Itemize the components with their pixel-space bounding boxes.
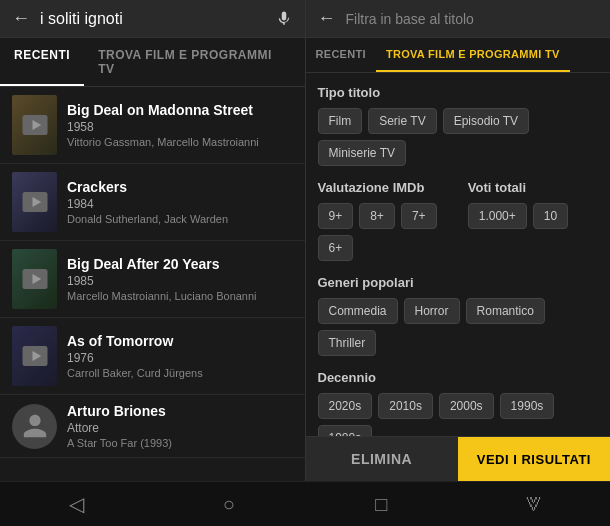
chip-2010s[interactable]: 2010s xyxy=(378,393,433,419)
result-thumbnail xyxy=(12,326,57,386)
result-title: As of Tomorrow xyxy=(67,333,293,349)
filter-area: Tipo titolo Film Serie TV Episodio TV Mi… xyxy=(306,73,611,436)
left-back-button[interactable]: ← xyxy=(12,8,30,29)
chip-1000plus[interactable]: 1.000+ xyxy=(468,203,527,229)
result-info: Crackers 1984 Donald Sutherland, Jack Wa… xyxy=(67,179,293,225)
result-cast: Carroll Baker, Curd Jürgens xyxy=(67,367,293,379)
chip-film[interactable]: Film xyxy=(318,108,363,134)
person-result-item[interactable]: Arturo Briones Attore A Star Too Far (19… xyxy=(0,395,305,458)
filter-voti-label: Voti totali xyxy=(468,180,598,195)
result-cast: Vittorio Gassman, Marcello Mastroianni xyxy=(67,136,293,148)
result-info: Big Deal on Madonna Street 1958 Vittorio… xyxy=(67,102,293,148)
nav-back-button[interactable]: ◁ xyxy=(0,488,153,520)
tab-recenti-left[interactable]: RECENTI xyxy=(0,38,84,86)
filter-decennio-chips: 2020s 2010s 2000s 1990s 1980s xyxy=(318,393,599,436)
result-item[interactable]: As of Tomorrow 1976 Carroll Baker, Curd … xyxy=(0,318,305,395)
chip-1990s[interactable]: 1990s xyxy=(500,393,555,419)
chip-horror[interactable]: Horror xyxy=(404,298,460,324)
tab-recenti-right[interactable]: RECENTI xyxy=(306,38,376,72)
filter-decennio-label: Decennio xyxy=(318,370,599,385)
filter-generi-chips: Commedia Horror Romantico Thriller xyxy=(318,298,599,356)
result-thumbnail xyxy=(12,249,57,309)
chip-9plus[interactable]: 9+ xyxy=(318,203,354,229)
result-title: Crackers xyxy=(67,179,293,195)
result-year: 1984 xyxy=(67,197,293,211)
filter-valutazione-col: Valutazione IMDb 9+ 8+ 7+ 6+ xyxy=(318,180,448,261)
result-title: Big Deal on Madonna Street xyxy=(67,102,293,118)
mic-button[interactable] xyxy=(275,10,293,28)
vedi-risultati-button[interactable]: VEDI I RISULTATI xyxy=(458,437,610,481)
chip-1980s[interactable]: 1980s xyxy=(318,425,373,436)
result-year: 1958 xyxy=(67,120,293,134)
right-search-bar[interactable]: ← Filtra in base al titolo xyxy=(305,0,611,38)
person-avatar xyxy=(12,404,57,449)
action-bar: ELIMINA VEDI I RISULTATI xyxy=(306,436,611,481)
result-info: As of Tomorrow 1976 Carroll Baker, Curd … xyxy=(67,333,293,379)
filter-tipo-titolo: Tipo titolo Film Serie TV Episodio TV Mi… xyxy=(318,85,599,166)
filter-placeholder: Filtra in base al titolo xyxy=(346,11,599,27)
result-item[interactable]: Big Deal on Madonna Street 1958 Vittorio… xyxy=(0,87,305,164)
right-panel: RECENTI TROVA FILM E PROGRAMMI TV Tipo t… xyxy=(305,38,611,481)
nav-more-button[interactable]: ⩔ xyxy=(458,488,611,520)
result-cast: Marcello Mastroianni, Luciano Bonanni xyxy=(67,290,293,302)
chip-10[interactable]: 10 xyxy=(533,203,568,229)
chip-8plus[interactable]: 8+ xyxy=(359,203,395,229)
content-area: RECENTI TROVA FILM E PROGRAMMI TV Big De… xyxy=(0,38,610,481)
chip-miniserie-tv[interactable]: Miniserie TV xyxy=(318,140,406,166)
chip-2020s[interactable]: 2020s xyxy=(318,393,373,419)
result-thumbnail xyxy=(12,95,57,155)
person-info: Arturo Briones Attore A Star Too Far (19… xyxy=(67,403,293,449)
bottom-nav: ◁ ○ □ ⩔ xyxy=(0,481,610,526)
top-search-bars: ← i soliti ignoti ← Filtra in base al ti… xyxy=(0,0,610,38)
right-tabs: RECENTI TROVA FILM E PROGRAMMI TV xyxy=(306,38,611,73)
elimina-button[interactable]: ELIMINA xyxy=(306,437,458,481)
result-info: Big Deal After 20 Years 1985 Marcello Ma… xyxy=(67,256,293,302)
filter-generi: Generi popolari Commedia Horror Romantic… xyxy=(318,275,599,356)
search-query: i soliti ignoti xyxy=(40,10,265,28)
result-cast: Donald Sutherland, Jack Warden xyxy=(67,213,293,225)
filter-generi-label: Generi popolari xyxy=(318,275,599,290)
chip-commedia[interactable]: Commedia xyxy=(318,298,398,324)
filter-tipo-label: Tipo titolo xyxy=(318,85,599,100)
filter-voti-col: Voti totali 1.000+ 10 xyxy=(468,180,598,261)
filter-decennio: Decennio 2020s 2010s 2000s 1990s 1980s xyxy=(318,370,599,436)
result-item[interactable]: Crackers 1984 Donald Sutherland, Jack Wa… xyxy=(0,164,305,241)
chip-7plus[interactable]: 7+ xyxy=(401,203,437,229)
filter-valutazione-section: Valutazione IMDb 9+ 8+ 7+ 6+ Voti totali… xyxy=(318,180,599,261)
chip-serie-tv[interactable]: Serie TV xyxy=(368,108,436,134)
filter-split-row: Valutazione IMDb 9+ 8+ 7+ 6+ Voti totali… xyxy=(318,180,599,261)
chip-2000s[interactable]: 2000s xyxy=(439,393,494,419)
nav-menu-button[interactable]: □ xyxy=(305,488,458,520)
tab-trova-right[interactable]: TROVA FILM E PROGRAMMI TV xyxy=(376,38,570,72)
left-panel: RECENTI TROVA FILM E PROGRAMMI TV Big De… xyxy=(0,38,305,481)
filter-valutazione-label: Valutazione IMDb xyxy=(318,180,448,195)
left-tabs: RECENTI TROVA FILM E PROGRAMMI TV xyxy=(0,38,305,87)
filter-valutazione-chips: 9+ 8+ 7+ 6+ xyxy=(318,203,448,261)
result-item[interactable]: Big Deal After 20 Years 1985 Marcello Ma… xyxy=(0,241,305,318)
result-year: 1976 xyxy=(67,351,293,365)
result-thumbnail xyxy=(12,172,57,232)
person-role: Attore xyxy=(67,421,293,435)
right-back-button[interactable]: ← xyxy=(318,8,336,29)
left-search-bar[interactable]: ← i soliti ignoti xyxy=(0,0,305,38)
chip-thriller[interactable]: Thriller xyxy=(318,330,377,356)
person-name: Arturo Briones xyxy=(67,403,293,419)
filter-tipo-chips: Film Serie TV Episodio TV Miniserie TV xyxy=(318,108,599,166)
results-list: Big Deal on Madonna Street 1958 Vittorio… xyxy=(0,87,305,481)
person-films: A Star Too Far (1993) xyxy=(67,437,293,449)
nav-home-button[interactable]: ○ xyxy=(153,488,306,520)
filter-voti-chips: 1.000+ 10 xyxy=(468,203,598,229)
chip-romantico[interactable]: Romantico xyxy=(466,298,545,324)
result-year: 1985 xyxy=(67,274,293,288)
chip-episodio-tv[interactable]: Episodio TV xyxy=(443,108,529,134)
result-title: Big Deal After 20 Years xyxy=(67,256,293,272)
chip-6plus[interactable]: 6+ xyxy=(318,235,354,261)
tab-trova-left[interactable]: TROVA FILM E PROGRAMMI TV xyxy=(84,38,304,86)
